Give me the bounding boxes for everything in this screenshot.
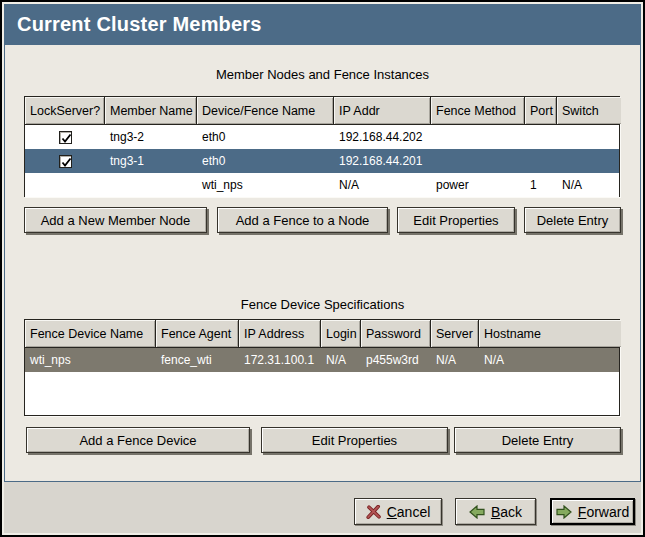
add-member-node-button[interactable]: Add a New Member Node: [24, 207, 207, 233]
cell-member-name: tng3-1: [105, 149, 197, 173]
fence-table-caption: Fence Device Specifications: [5, 297, 640, 312]
delete-entry-button[interactable]: Delete Entry: [524, 207, 621, 233]
column-header-member-name[interactable]: Member Name: [105, 97, 197, 124]
cell-fence-method: [431, 125, 525, 149]
member-row-tng3-1[interactable]: tng3-1 eth0 192.168.44.201: [25, 149, 619, 173]
dialog-title: Current Cluster Members: [17, 13, 262, 36]
cell-fence-method: [431, 149, 525, 173]
add-fence-device-button[interactable]: Add a Fence Device: [26, 427, 250, 453]
edit-properties-button[interactable]: Edit Properties: [261, 427, 448, 453]
main-content: Member Nodes and Fence Instances LockSer…: [4, 45, 641, 482]
forward-arrow-icon: [556, 505, 572, 519]
column-header-port[interactable]: Port: [525, 97, 557, 124]
cell-fence-device-name: wti_nps: [25, 348, 156, 372]
cell-password: p455w3rd: [361, 348, 431, 372]
cell-device: eth0: [197, 149, 334, 173]
action-area: Cancel Back Forward: [4, 482, 641, 533]
cell-switch: [557, 149, 621, 173]
dialog-chrome: Current Cluster Members Member Nodes and…: [2, 2, 643, 535]
cell-port: [525, 149, 557, 173]
cell-fence-method: power: [431, 173, 525, 197]
cell-hostname: N/A: [479, 348, 621, 372]
cell-switch: [557, 125, 621, 149]
cell-ip: 192.168.44.201: [334, 149, 431, 173]
column-header-fence-agent[interactable]: Fence Agent: [156, 320, 239, 347]
member-row-tng3-2[interactable]: tng3-2 eth0 192.168.44.202: [25, 125, 619, 149]
cell-ip: N/A: [334, 173, 431, 197]
column-header-ip-addr[interactable]: IP Addr: [334, 97, 431, 124]
column-header-server[interactable]: Server: [431, 320, 479, 347]
lockserver-checkbox[interactable]: [59, 131, 72, 144]
fence-device-table: Fence Device Name Fence Agent IP Address…: [24, 319, 620, 416]
cell-login: N/A: [321, 348, 361, 372]
column-header-switch[interactable]: Switch: [557, 97, 621, 124]
cancel-x-icon: [366, 505, 381, 519]
cell-ip: 192.168.44.202: [334, 125, 431, 149]
check-icon: [60, 132, 73, 145]
cell-device: wti_nps: [197, 173, 334, 197]
back-arrow-icon: [469, 505, 485, 519]
cancel-button[interactable]: Cancel: [354, 498, 442, 525]
back-label: Back: [491, 504, 522, 520]
cell-ip-address: 172.31.100.1: [239, 348, 321, 372]
cell-fence-agent: fence_wti: [156, 348, 239, 372]
title-bar: Current Cluster Members: [4, 4, 641, 45]
column-header-lockserver[interactable]: LockServer?: [25, 97, 105, 124]
forward-label: Forward: [578, 504, 629, 520]
edit-properties-button[interactable]: Edit Properties: [397, 207, 515, 233]
column-header-device-fence[interactable]: Device/Fence Name: [197, 97, 334, 124]
column-header-password[interactable]: Password: [361, 320, 431, 347]
fence-button-row: Add a Fence Device Edit Properties Delet…: [5, 427, 640, 454]
cell-member-name: [105, 173, 197, 197]
member-row-wti-nps[interactable]: wti_nps N/A power 1 N/A: [25, 173, 619, 197]
column-header-fence-method[interactable]: Fence Method: [431, 97, 525, 124]
cell-port: 1: [525, 173, 557, 197]
delete-entry-button[interactable]: Delete Entry: [454, 427, 621, 453]
fence-table-header: Fence Device Name Fence Agent IP Address…: [25, 320, 619, 348]
forward-button[interactable]: Forward: [550, 498, 635, 525]
cancel-label: Cancel: [387, 504, 431, 520]
cell-device: eth0: [197, 125, 334, 149]
member-table: LockServer? Member Name Device/Fence Nam…: [24, 96, 620, 197]
column-header-fence-device-name[interactable]: Fence Device Name: [25, 320, 156, 347]
cell-port: [525, 125, 557, 149]
dialog-window: Current Cluster Members Member Nodes and…: [0, 0, 645, 537]
lockserver-checkbox[interactable]: [59, 155, 72, 168]
member-table-caption: Member Nodes and Fence Instances: [5, 67, 640, 82]
member-button-row: Add a New Member Node Add a Fence to a N…: [5, 207, 640, 234]
check-icon: [60, 156, 73, 169]
column-header-login[interactable]: Login: [321, 320, 361, 347]
back-button[interactable]: Back: [455, 498, 536, 525]
column-header-hostname[interactable]: Hostname: [479, 320, 621, 347]
cell-member-name: tng3-2: [105, 125, 197, 149]
cell-switch: N/A: [557, 173, 621, 197]
column-header-ip-address[interactable]: IP Address: [239, 320, 321, 347]
cell-server: N/A: [431, 348, 479, 372]
member-table-header: LockServer? Member Name Device/Fence Nam…: [25, 97, 619, 125]
fence-device-row-wti-nps[interactable]: wti_nps fence_wti 172.31.100.1 N/A p455w…: [25, 348, 619, 372]
add-fence-to-node-button[interactable]: Add a Fence to a Node: [217, 207, 388, 233]
